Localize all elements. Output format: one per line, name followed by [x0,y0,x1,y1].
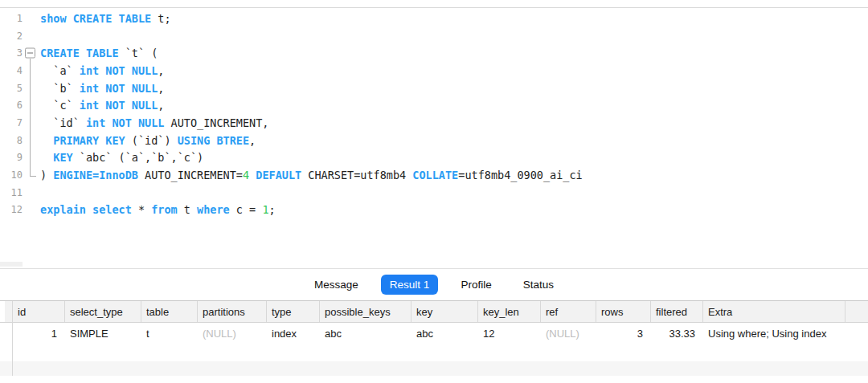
sql-text: t [178,203,197,216]
code-line[interactable]: 12explain select * from t where c = 1; [0,202,868,219]
code-text: `a` int NOT NULL, [40,64,164,77]
cell-id[interactable]: 1 [12,328,64,340]
code-text: `c` int NOT NULL, [40,99,164,112]
cell-rows[interactable]: 3 [596,328,650,340]
line-number: 12 [0,204,23,215]
sql-text: , [158,64,164,77]
fold-gutter [23,79,40,97]
row-selector-gutter[interactable] [5,301,12,322]
code-text: `b` int NOT NULL, [40,82,164,95]
sql-text: c = [230,203,263,216]
sql-text: t; [151,12,170,25]
code-line[interactable]: 8 PRIMARY KEY (`id`) USING BTREE, [0,132,868,149]
grid-body: 1SIMPLEt(NULL)indexabcabc12(NULL)333.33U… [0,323,868,344]
fold-gutter [23,132,40,149]
code-line[interactable]: 7 `id` int NOT NULL AUTO_INCREMENT, [0,114,868,132]
column-header-possible_keys[interactable]: possible_keys [319,301,411,322]
fold-gutter [23,62,40,79]
fold-gutter [23,166,40,184]
code-text: ) ENGINE=InnoDB AUTO_INCREMENT=4 DEFAULT… [40,169,583,181]
code-line[interactable]: 6 `c` int NOT NULL, [0,96,868,114]
sql-keyword: KEY [53,151,72,164]
sql-keyword: int NOT NULL [80,82,158,95]
column-header-rows[interactable]: rows [596,301,650,322]
sql-text: `t` ( [119,47,158,59]
column-header-key_len[interactable]: key_len [477,301,540,322]
sql-text: , [249,134,256,147]
cell-key_len[interactable]: 12 [477,328,540,340]
sql-text [40,134,53,147]
code-line[interactable]: 5 `b` int NOT NULL, [0,79,868,97]
sql-text: `b` [40,82,80,95]
cell-table[interactable]: t [141,328,197,340]
result-tabbar: MessageResult 1ProfileStatus [0,268,868,301]
tab-status[interactable]: Status [514,275,563,295]
cell-select_type[interactable]: SIMPLE [64,328,141,340]
cell-possible_keys[interactable]: abc [319,328,411,340]
sql-keyword: ENGINE=InnoDB [53,169,138,181]
tab-message[interactable]: Message [305,275,367,295]
fold-gutter [23,27,40,45]
sql-keyword: explain select [40,203,132,216]
code-text: show CREATE TABLE t; [40,12,171,25]
line-number: 1 [0,13,23,24]
cell-type[interactable]: index [266,328,319,340]
line-number: 2 [0,31,23,42]
fold-gutter [23,114,40,132]
sql-text: ; [269,203,276,216]
fold-toggle-icon[interactable] [23,44,40,62]
sql-editor[interactable]: 1show CREATE TABLE t;23CREATE TABLE `t` … [0,0,868,268]
tab-profile[interactable]: Profile [452,275,500,295]
code-line[interactable]: 2 [0,27,868,45]
cell-partitions[interactable]: (NULL) [197,328,266,340]
collapse-minus-icon[interactable] [25,48,35,59]
column-header-partitions[interactable]: partitions [197,301,266,322]
sql-text: `abc` (`a`,`b`,`c`) [73,151,204,164]
sql-number: 1 [262,203,268,216]
tab-result-1[interactable]: Result 1 [381,275,439,295]
sql-keyword: from [151,203,178,216]
column-header-table[interactable]: table [141,301,197,322]
editor-scroll-corner [0,262,23,267]
cell-key[interactable]: abc [411,328,477,340]
grid-bottom-strip [0,361,868,376]
sql-keyword: DEFAULT [256,169,301,181]
line-number: 7 [0,117,23,128]
column-header-id[interactable]: id [12,301,64,322]
code-text: `id` int NOT NULL AUTO_INCREMENT, [40,116,269,129]
fold-gutter [23,202,40,219]
editor-lines[interactable]: 1show CREATE TABLE t;23CREATE TABLE `t` … [0,7,868,268]
table-row[interactable]: 1SIMPLEt(NULL)indexabcabc12(NULL)333.33U… [0,323,868,344]
column-header-type[interactable]: type [266,301,319,322]
code-line[interactable]: 4 `a` int NOT NULL, [0,62,868,79]
code-line[interactable]: 1show CREATE TABLE t; [0,10,868,27]
column-header-filtered[interactable]: filtered [650,301,702,322]
cell-ref[interactable]: (NULL) [540,328,596,340]
column-header-ref[interactable]: ref [540,301,596,322]
fold-gutter [23,184,40,202]
sql-text: AUTO_INCREMENT, [164,116,268,129]
sql-text: , [158,99,164,112]
code-text: explain select * from t where c = 1; [40,203,276,216]
column-header-extra[interactable]: Extra [702,301,845,322]
sql-text: , [158,82,164,95]
sql-text: ) [40,169,53,181]
sql-keyword: where [197,203,230,216]
code-text: KEY `abc` (`a`,`b`,`c`) [40,151,203,164]
result-grid: idselect_typetablepartitionstypepossible… [0,301,868,376]
cell-filtered[interactable]: 33.33 [650,328,702,340]
cell-extra[interactable]: Using where; Using index [702,328,845,340]
code-line[interactable]: 9 KEY `abc` (`a`,`b`,`c`) [0,149,868,167]
grid-header: idselect_typetablepartitionstypepossible… [0,301,868,323]
code-line[interactable]: 10) ENGINE=InnoDB AUTO_INCREMENT=4 DEFAU… [0,166,868,184]
code-line[interactable]: 11 [0,184,868,202]
line-number: 9 [0,152,23,163]
column-header-select_type[interactable]: select_type [64,301,141,322]
sql-keyword: CREATE TABLE [40,47,119,59]
sql-text: (`id`) [125,134,178,147]
line-number: 3 [0,47,23,59]
sql-text: `a` [40,64,80,77]
column-header-key[interactable]: key [411,301,477,322]
code-line[interactable]: 3CREATE TABLE `t` ( [0,44,868,62]
sql-text: CHARSET=utf8mb4 [301,169,412,181]
